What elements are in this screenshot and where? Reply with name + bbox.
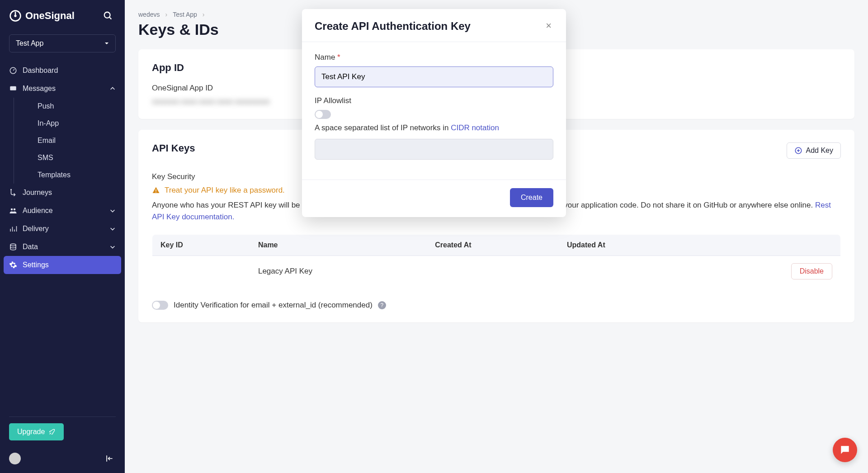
dashboard-icon — [9, 66, 17, 75]
logo[interactable]: OneSignal — [9, 9, 75, 22]
chat-icon — [839, 444, 851, 456]
sidebar-item-label: Messages — [23, 85, 56, 93]
create-button[interactable]: Create — [510, 188, 553, 207]
name-input[interactable] — [315, 66, 553, 87]
caret-down-icon — [104, 41, 109, 46]
svg-point-7 — [11, 208, 13, 211]
sidebar-sub-email[interactable]: Email — [32, 132, 125, 149]
chevron-right-icon: › — [203, 11, 205, 18]
table-row: Legacy API Key Disable — [152, 255, 841, 287]
sidebar-item-settings[interactable]: Settings — [4, 256, 121, 274]
col-name: Name — [250, 234, 427, 255]
sidebar-item-messages[interactable]: Messages — [0, 80, 125, 98]
sidebar-item-audience[interactable]: Audience — [0, 202, 125, 220]
col-key-id: Key ID — [152, 234, 250, 255]
svg-point-6 — [10, 189, 12, 190]
logo-text: OneSignal — [25, 10, 75, 22]
sidebar-item-label: Dashboard — [23, 66, 58, 75]
messages-icon — [9, 85, 17, 93]
modal-title: Create API Authentication Key — [315, 20, 471, 33]
warning-text: Treat your API key like a password. — [165, 186, 285, 195]
onesignal-logo-icon — [9, 9, 22, 22]
svg-line-3 — [109, 17, 112, 19]
chevron-down-icon — [109, 226, 116, 232]
ip-allowlist-label: IP Allowlist — [315, 96, 553, 105]
identity-toggle-label: Identity Verification for email + extern… — [174, 301, 373, 310]
search-icon — [103, 11, 113, 21]
breadcrumb-org[interactable]: wedevs — [138, 11, 160, 18]
chevron-down-icon — [109, 244, 116, 250]
cell-key-id — [152, 255, 250, 287]
cell-name: Legacy API Key — [250, 255, 427, 287]
warning-icon — [152, 186, 160, 194]
required-star: * — [337, 53, 340, 61]
chevron-up-icon — [109, 85, 116, 92]
sidebar-sub-inapp[interactable]: In-App — [32, 115, 125, 132]
close-icon: × — [546, 20, 552, 31]
rocket-icon — [48, 428, 56, 435]
data-icon — [9, 243, 17, 251]
app-selector-label: Test App — [16, 39, 43, 47]
sidebar-sub-push[interactable]: Push — [32, 98, 125, 115]
sidebar: OneSignal Test App Dashboard — [0, 0, 125, 473]
svg-point-19 — [156, 192, 156, 193]
chevron-right-icon: › — [165, 11, 167, 18]
svg-rect-5 — [10, 86, 16, 90]
modal-close-button[interactable]: × — [544, 20, 553, 32]
sidebar-item-dashboard[interactable]: Dashboard — [0, 61, 125, 80]
upgrade-label: Upgrade — [17, 428, 45, 436]
help-icon[interactable]: ? — [378, 301, 386, 309]
sidebar-item-label: Data — [23, 243, 38, 251]
ip-help-text: A space separated list of IP networks in… — [315, 123, 553, 132]
sidebar-sub-templates[interactable]: Templates — [32, 166, 125, 184]
col-created: Created At — [427, 234, 559, 255]
avatar[interactable] — [9, 453, 21, 464]
plus-circle-icon — [794, 147, 802, 155]
sidebar-item-journeys[interactable]: Journeys — [0, 184, 125, 202]
label-text: Name — [315, 53, 335, 61]
chat-fab[interactable] — [833, 438, 857, 462]
divider — [9, 416, 116, 417]
name-label: Name * — [315, 53, 553, 62]
breadcrumb-app[interactable]: Test App — [173, 11, 197, 18]
collapse-sidebar-button[interactable] — [103, 452, 116, 465]
cell-created — [427, 255, 559, 287]
sidebar-item-delivery[interactable]: Delivery — [0, 220, 125, 238]
api-keys-table: Key ID Name Created At Updated At Legacy… — [152, 234, 841, 287]
create-api-key-modal: Create API Authentication Key × Name * I… — [302, 9, 566, 217]
sidebar-sub-sms[interactable]: SMS — [32, 149, 125, 166]
add-key-label: Add Key — [806, 147, 833, 155]
gear-icon — [9, 261, 17, 269]
add-key-button[interactable]: Add Key — [787, 142, 841, 159]
sidebar-item-data[interactable]: Data — [0, 238, 125, 256]
card-title: API Keys — [152, 142, 195, 154]
disable-key-button[interactable]: Disable — [791, 263, 832, 279]
audience-icon — [9, 207, 17, 215]
search-button[interactable] — [100, 8, 116, 24]
upgrade-button[interactable]: Upgrade — [9, 423, 64, 440]
identity-toggle[interactable] — [152, 301, 168, 310]
delivery-icon — [9, 225, 17, 233]
ip-allowlist-input — [315, 139, 553, 160]
svg-point-2 — [104, 12, 110, 18]
cell-updated — [559, 255, 696, 287]
col-updated: Updated At — [559, 234, 696, 255]
journeys-icon — [9, 189, 17, 197]
sidebar-item-label: Settings — [23, 261, 49, 269]
help-prefix: A space separated list of IP networks in — [315, 123, 451, 132]
sidebar-item-label: Audience — [23, 207, 53, 215]
sidebar-item-label: Delivery — [23, 225, 49, 233]
svg-point-1 — [14, 14, 16, 17]
identity-verification-row: Identity Verification for email + extern… — [152, 301, 841, 310]
svg-point-8 — [14, 208, 16, 211]
chevron-down-icon — [109, 208, 116, 214]
app-selector[interactable]: Test App — [9, 34, 116, 52]
cidr-link[interactable]: CIDR notation — [451, 123, 499, 132]
ip-allowlist-toggle[interactable] — [315, 110, 331, 119]
svg-point-13 — [10, 244, 16, 246]
collapse-icon — [105, 454, 114, 463]
sidebar-item-label: Journeys — [23, 189, 52, 197]
